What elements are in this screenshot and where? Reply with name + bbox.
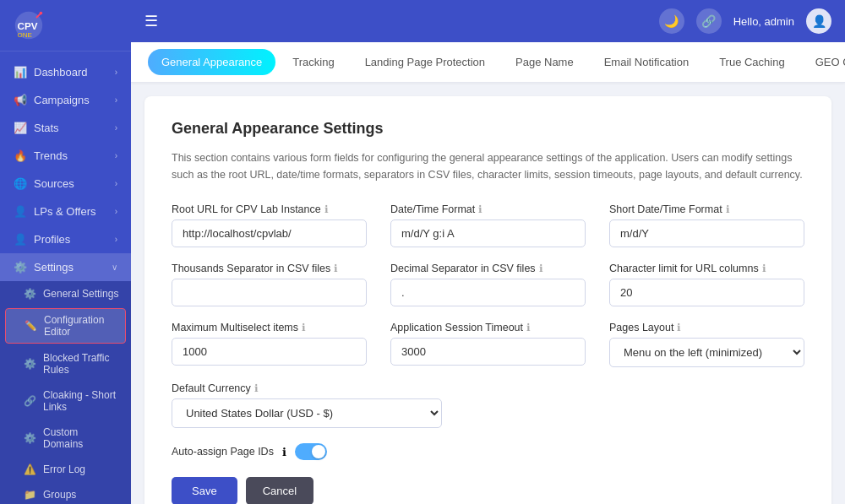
cpvone-logo: CPV ONE [14, 10, 44, 41]
pages-layout-select[interactable]: Menu on the left (minimized) [609, 338, 804, 367]
tab-page-name[interactable]: Page Name [502, 49, 587, 75]
thousands-sep-input[interactable] [172, 279, 367, 306]
max-multiselect-info-icon[interactable]: ℹ [302, 322, 306, 333]
sidebar-item-general-settings[interactable]: ⚙️ General Settings [0, 281, 131, 306]
sidebar-item-label: Dashboard [34, 66, 88, 79]
dashboard-icon: 📊 [14, 66, 27, 79]
topbar: ☰ 🌙 🔗 Hello, admin 👤 [131, 0, 845, 42]
sidebar: CPV ONE 📊 Dashboard › 📢 Campaigns › 📈 [0, 0, 131, 504]
thousands-sep-info-icon[interactable]: ℹ [334, 263, 338, 274]
form-row-3: Maximum Multiselect items ℹ Application … [172, 322, 804, 367]
general-settings-icon: ⚙️ [24, 288, 36, 300]
default-currency-select[interactable]: United States Dollar (USD - $) [172, 398, 442, 428]
form-group-max-multiselect: Maximum Multiselect items ℹ [172, 322, 367, 367]
form-group-thousands-sep: Thousands Separator in CSV files ℹ [172, 263, 367, 306]
form-row-2: Thousands Separator in CSV files ℹ Decim… [172, 263, 804, 306]
sidebar-item-custom-domains[interactable]: ⚙️ Custom Domains [0, 420, 131, 457]
chevron-right-icon: › [115, 68, 117, 77]
form-group-decimal-sep: Decimal Separator in CSV files ℹ [390, 263, 586, 306]
max-multiselect-input[interactable] [172, 338, 367, 366]
session-timeout-input[interactable] [390, 338, 586, 366]
char-limit-input[interactable] [609, 279, 804, 306]
short-datetime-info-icon[interactable]: ℹ [726, 203, 730, 215]
hamburger-button[interactable]: ☰ [144, 12, 158, 30]
decimal-sep-info-icon[interactable]: ℹ [539, 263, 543, 274]
max-multiselect-label: Maximum Multiselect items ℹ [172, 322, 367, 333]
logo-area: CPV ONE [14, 10, 44, 41]
form-group-session-timeout: Application Session Timeout ℹ [390, 322, 586, 367]
auto-assign-info-icon[interactable]: ℹ [282, 446, 286, 458]
auto-assign-label: Auto-assign Page IDs [172, 446, 274, 458]
thousands-sep-label: Thousands Separator in CSV files ℹ [172, 263, 367, 274]
svg-point-4 [40, 12, 43, 15]
pages-layout-info-icon[interactable]: ℹ [677, 322, 681, 333]
cloaking-icon: 🔗 [24, 395, 36, 407]
sidebar-item-sources[interactable]: 🌐 Sources › [0, 170, 131, 198]
datetime-info-icon[interactable]: ℹ [478, 203, 482, 215]
sidebar-navigation: 📊 Dashboard › 📢 Campaigns › 📈 Stats › 🔥 … [0, 51, 131, 504]
sidebar-item-error-log[interactable]: ⚠️ Error Log [0, 457, 131, 482]
sidebar-sub-label: Groups [43, 489, 76, 501]
form-row-currency: Default Currency ℹ United States Dollar … [172, 382, 459, 428]
root-url-info-icon[interactable]: ℹ [324, 203, 329, 215]
default-currency-label: Default Currency ℹ [172, 382, 459, 394]
sidebar-item-profiles[interactable]: 👤 Profiles › [0, 225, 131, 253]
sidebar-item-groups[interactable]: 📁 Groups [0, 482, 131, 504]
sidebar-sub-label: Error Log [43, 463, 85, 475]
sidebar-item-settings[interactable]: ⚙️ Settings ∨ [0, 253, 131, 281]
root-url-input[interactable] [172, 219, 367, 247]
datetime-input[interactable] [390, 219, 586, 247]
link-icon-button[interactable]: 🔗 [696, 8, 722, 34]
svg-text:ONE: ONE [18, 31, 33, 39]
sidebar-item-cloaking-short-links[interactable]: 🔗 Cloaking - Short Links [0, 382, 131, 420]
tab-general-appearance[interactable]: General Appearance [148, 49, 275, 75]
save-button[interactable]: Save [172, 477, 237, 504]
sidebar-item-blocked-traffic[interactable]: ⚙️ Blocked Traffic Rules [0, 345, 131, 382]
decimal-sep-input[interactable] [390, 279, 586, 306]
currency-info-icon[interactable]: ℹ [254, 382, 259, 394]
sources-icon: 🌐 [14, 177, 27, 190]
settings-icon: ⚙️ [14, 261, 27, 274]
profiles-icon: 👤 [14, 233, 27, 246]
settings-description: This section contains various form field… [172, 149, 804, 183]
form-group-default-currency: Default Currency ℹ United States Dollar … [172, 382, 459, 428]
sidebar-item-dashboard[interactable]: 📊 Dashboard › [0, 58, 131, 86]
tab-landing-page-protection[interactable]: Landing Page Protection [352, 49, 499, 75]
pages-layout-label: Pages Layout ℹ [609, 322, 804, 333]
sidebar-item-stats[interactable]: 📈 Stats › [0, 114, 131, 142]
main-content: ☰ 🌙 🔗 Hello, admin 👤 General Appearance … [131, 0, 845, 504]
sidebar-item-configuration-editor[interactable]: ✏️ Configuration Editor [5, 308, 126, 344]
sidebar-sub-label: Cloaking - Short Links [43, 389, 121, 413]
form-group-root-url: Root URL for CPV Lab Instance ℹ [172, 203, 367, 247]
sidebar-logo: CPV ONE [0, 0, 131, 51]
short-datetime-input[interactable] [609, 219, 804, 247]
tab-tracking[interactable]: Tracking [279, 49, 347, 75]
sidebar-item-label: LPs & Offers [34, 205, 95, 218]
tab-geo-cron-job[interactable]: GEO Cron Job [802, 49, 845, 75]
sidebar-item-campaigns[interactable]: 📢 Campaigns › [0, 86, 131, 114]
groups-icon: 📁 [24, 489, 36, 501]
avatar-button[interactable]: 👤 [806, 8, 831, 34]
chevron-right-icon: › [115, 207, 117, 216]
sidebar-sub-label: Custom Domains [43, 426, 121, 450]
svg-text:CPV: CPV [18, 20, 38, 31]
error-log-icon: ⚠️ [24, 463, 36, 475]
tab-email-notification[interactable]: Email Notification [591, 49, 702, 75]
moon-icon-button[interactable]: 🌙 [659, 8, 684, 34]
char-limit-info-icon[interactable]: ℹ [762, 263, 766, 274]
campaigns-icon: 📢 [14, 94, 27, 106]
form-group-short-datetime: Short Date/Time Format ℹ [609, 203, 804, 247]
content-area: General Appearance Settings This section… [131, 83, 845, 504]
auto-assign-toggle[interactable] [295, 443, 327, 460]
settings-card: General Appearance Settings This section… [144, 96, 831, 504]
sidebar-item-label: Trends [34, 149, 68, 162]
cancel-button[interactable]: Cancel [246, 477, 313, 504]
sidebar-sub-label: Blocked Traffic Rules [43, 352, 121, 376]
greeting-text: Hello, admin [733, 15, 794, 28]
sidebar-item-lps-offers[interactable]: 👤 LPs & Offers › [0, 198, 131, 225]
sidebar-item-label: Sources [34, 177, 74, 190]
tab-true-caching[interactable]: True Caching [706, 49, 799, 75]
config-editor-icon: ✏️ [25, 320, 37, 332]
session-timeout-info-icon[interactable]: ℹ [526, 322, 531, 333]
sidebar-item-trends[interactable]: 🔥 Trends › [0, 142, 131, 170]
